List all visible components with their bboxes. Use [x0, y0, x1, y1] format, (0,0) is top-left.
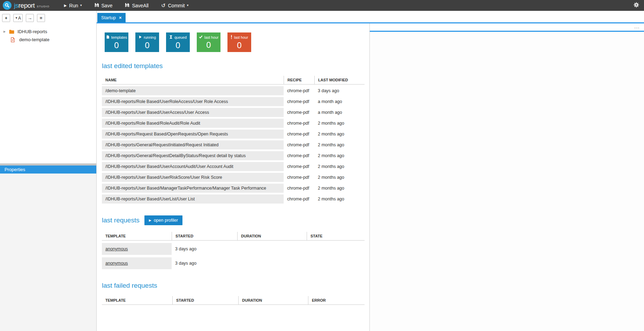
last-failed-requests-title: last failed requests	[102, 282, 364, 289]
column-header-duration: DURATION	[238, 296, 308, 305]
template-modified-cell: 2 months ago	[314, 194, 365, 204]
template-modified-cell: a month ago	[314, 97, 365, 106]
template-recipe-cell: chrome-pdf	[284, 194, 314, 204]
play-icon: ▶	[149, 219, 151, 222]
save-all-button[interactable]: SaveAll	[125, 3, 148, 8]
request-started-cell: 3 days ago	[172, 243, 237, 255]
entity-tree-sidebar: + ▼ A → ≡ ▶ IDHUB-r	[0, 11, 97, 331]
last-failed-requests-table: TEMPLATE STARTED DURATION ERROR	[102, 294, 365, 307]
counter-label: last hour	[234, 35, 248, 39]
counter-label: templates	[111, 35, 127, 39]
counter-templates: templates 0	[105, 32, 128, 52]
template-recipe-cell: chrome-pdf	[284, 173, 314, 182]
preview-pane: ...	[370, 23, 644, 331]
column-header-name: NAME	[102, 76, 284, 84]
request-duration-cell	[237, 257, 307, 269]
folder-icon	[9, 29, 15, 34]
table-row: /IDHUB-reports/General/RequestInitiated/…	[102, 140, 365, 149]
tab-bar: Startup ×	[97, 11, 644, 23]
request-duration-cell	[237, 243, 307, 255]
template-name-cell[interactable]: /IDHUB-reports/User Based/UserAccess/Use…	[102, 108, 284, 117]
request-template-link[interactable]: anonymous	[105, 261, 128, 266]
commit-button[interactable]: ↺ Commit ▾	[161, 3, 188, 8]
chevron-right-icon[interactable]: ▶	[3, 30, 8, 33]
save-label: Save	[102, 3, 113, 8]
template-recipe-cell: chrome-pdf	[284, 108, 314, 117]
toolbar-menu: ▶ Run ▾ Save SaveAll ↺ Commit ▾	[64, 3, 189, 8]
startup-page: templates 0 running 0	[97, 23, 370, 331]
jsreport-logo[interactable]: js report STUDIO	[3, 1, 50, 10]
tree-menu-button[interactable]: ≡	[37, 14, 45, 22]
commit-label: Commit	[168, 3, 185, 8]
tree-item-demo-template[interactable]: demo-template	[0, 36, 96, 44]
table-row: /IDHUB-reports/General/RequestDetailBySt…	[102, 151, 365, 160]
tree-toolbar: + ▼ A → ≡	[0, 11, 96, 24]
table-row: anonymous 3 days ago	[102, 243, 365, 255]
template-name-cell[interactable]: /IDHUB-reports/General/RequestDetailBySt…	[102, 151, 284, 160]
counter-value: 0	[135, 41, 159, 50]
column-header-template: TEMPLATE	[102, 296, 172, 305]
close-icon[interactable]: ×	[119, 15, 122, 20]
properties-section-header[interactable]: Properties	[0, 166, 96, 174]
settings-gear-button[interactable]	[634, 2, 639, 9]
template-name-cell[interactable]: /IDHUB-reports/User Based/UserAccountAud…	[102, 162, 284, 171]
tree-item-idhub-reports[interactable]: ▶ IDHUB-reports	[0, 28, 96, 36]
table-row: /IDHUB-reports/User Based/UserAccess/Use…	[102, 108, 365, 117]
request-template-cell[interactable]: anonymous	[102, 243, 172, 255]
template-name-cell[interactable]: /IDHUB-reports/General/RequestInitiated/…	[102, 140, 284, 149]
hourglass-icon	[169, 35, 173, 40]
filter-icon: ▼	[15, 16, 18, 20]
template-name-cell[interactable]: /IDHUB-reports/Role Based/UserRoleAccess…	[102, 97, 284, 106]
table-row: /IDHUB-reports/User Based/UserList/User …	[102, 194, 365, 204]
magnifier-icon	[3, 1, 12, 10]
counter-value: 0	[227, 41, 251, 50]
tab-startup[interactable]: Startup ×	[97, 13, 126, 22]
template-modified-cell: 2 months ago	[314, 162, 365, 171]
template-name-cell[interactable]: /IDHUB-reports/User Based/UserRiskScore/…	[102, 173, 284, 182]
request-template-cell[interactable]: anonymous	[102, 257, 172, 269]
table-row: /IDHUB-reports/User Based/ManagerTaskPer…	[102, 184, 365, 193]
brand-js: js	[14, 2, 18, 9]
check-icon	[199, 35, 203, 39]
floppy-icon	[95, 3, 99, 8]
template-name-cell[interactable]: /IDHUB-reports/User Based/UserList/User …	[102, 194, 284, 204]
template-modified-cell: 2 months ago	[314, 173, 365, 182]
template-name-cell[interactable]: /demo-template	[102, 86, 284, 95]
template-recipe-cell: chrome-pdf	[284, 184, 314, 193]
table-row: anonymous 3 days ago	[102, 257, 365, 269]
counter-row: templates 0 running 0	[105, 32, 364, 52]
template-recipe-cell: chrome-pdf	[284, 130, 314, 139]
counter-value: 0	[105, 41, 128, 50]
counter-label: last hour	[204, 35, 218, 39]
template-modified-cell: 3 days ago	[314, 86, 365, 95]
run-button[interactable]: ▶ Run ▾	[64, 3, 82, 8]
jsreport-studio-app: js report STUDIO ▶ Run ▾ Save SaveAll	[0, 0, 644, 331]
save-button[interactable]: Save	[95, 3, 113, 8]
table-row: /IDHUB-reports/Role Based/RoleAudit/Role…	[102, 119, 365, 128]
request-template-link[interactable]: anonymous	[105, 247, 128, 251]
column-header-state: STATE	[307, 232, 365, 241]
template-name-cell[interactable]: /IDHUB-reports/Role Based/RoleAudit/Role…	[102, 119, 284, 128]
filter-by-name-button[interactable]: ▼ A	[13, 14, 23, 22]
pane-menu-button[interactable]: ...	[635, 26, 640, 28]
counter-label: queued	[174, 35, 187, 39]
template-recipe-cell: chrome-pdf	[284, 119, 314, 128]
open-profiler-button[interactable]: ▶ open profiler	[144, 215, 182, 225]
plus-icon: +	[5, 15, 8, 21]
chevron-down-icon: ▾	[80, 4, 82, 7]
document-icon	[106, 35, 110, 40]
template-name-cell[interactable]: /IDHUB-reports/User Based/ManagerTaskPer…	[102, 184, 284, 193]
collapse-tree-button[interactable]: →	[26, 14, 34, 22]
brand-studio: STUDIO	[37, 5, 49, 8]
preview-pane-body	[370, 32, 644, 331]
run-label: Run	[69, 3, 78, 8]
new-entity-button[interactable]: +	[2, 14, 10, 22]
arrow-right-icon: →	[28, 15, 32, 21]
counter-queued: queued 0	[166, 32, 190, 52]
template-name-cell[interactable]: /IDHUB-reports/Request Based/OpenRequest…	[102, 130, 284, 139]
last-requests-title: last requests	[102, 216, 140, 224]
content-area: Startup × templates 0	[97, 11, 644, 331]
request-started-cell: 3 days ago	[172, 257, 237, 269]
template-modified-cell: 2 months ago	[314, 119, 365, 128]
play-icon	[138, 35, 142, 40]
